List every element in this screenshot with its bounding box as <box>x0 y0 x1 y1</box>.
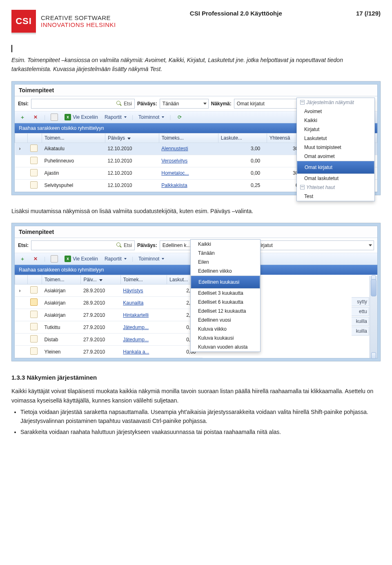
dropdown-option[interactable]: Edellinen vuosi <box>191 316 260 325</box>
scroll-thumb[interactable] <box>371 279 376 296</box>
client-link[interactable]: Hankala a... <box>123 349 149 355</box>
view-label: Näkymä: <box>211 101 232 107</box>
col-laskute[interactable]: Laskute... <box>218 133 267 142</box>
dropdown-option[interactable]: Kuluva viikko <box>191 325 260 334</box>
col-toimen[interactable]: Toimen... <box>42 275 81 285</box>
search-icon <box>116 101 122 107</box>
date-dropdown[interactable]: KaikkiTänäänEilenEdellinen viikkoEdellin… <box>190 239 261 352</box>
dropdown-option[interactable]: Test <box>297 192 374 201</box>
brand: CSI CREATIVE SOFTWARE INNOVATIONS HELSIN… <box>11 10 116 33</box>
minus-icon <box>300 185 305 189</box>
caret-down-icon allow <box>162 116 164 118</box>
dropdown-option[interactable]: Kaikki <box>297 116 374 125</box>
truncated-cell-fragment: ettu <box>352 307 369 316</box>
plus-icon: ＋ <box>19 114 26 120</box>
client-link[interactable]: Alennustesti <box>161 146 188 151</box>
cell-toimen: Yleinen <box>42 346 81 358</box>
cell-laskute: 0,00 <box>218 155 267 167</box>
expand-icon[interactable]: › <box>18 288 22 294</box>
client-link[interactable]: Jätedump... <box>123 337 149 343</box>
client-link[interactable]: Jätedump... <box>123 325 149 330</box>
col-toimeks[interactable]: Toimeks... <box>159 133 218 142</box>
client-link[interactable]: Palkkakiista <box>161 182 187 188</box>
excel-button[interactable]: xVie Exceliin <box>63 256 99 262</box>
view-select-2[interactable]: Omat kirjatut <box>242 240 374 250</box>
print-button[interactable] <box>49 255 59 262</box>
col-paiv[interactable]: Päiv... <box>81 275 120 285</box>
bullet-item: Tietoja voidaan järjestää saraketta naps… <box>20 407 381 426</box>
actions-button-label: Toiminnot <box>138 114 159 120</box>
view-dropdown[interactable]: Järjestelmän näkymät AvoimetKaikkiKirjat… <box>296 98 375 201</box>
cell-date: 12.10.2010 <box>105 142 159 155</box>
caret-down-icon <box>124 258 127 260</box>
scroll-down-arrow[interactable] <box>371 352 376 359</box>
dropdown-option[interactable]: Muut toimipisteet <box>297 143 374 152</box>
expand-icon[interactable]: › <box>18 146 22 151</box>
actions-button[interactable]: Toiminnot <box>137 114 165 120</box>
reports-button[interactable]: Raportit <box>103 114 128 120</box>
excel-button[interactable]: xVie Exceliin <box>63 114 99 120</box>
delete-button[interactable]: ✕ <box>31 114 40 120</box>
dropdown-option[interactable]: Omat avoimet <box>297 152 374 161</box>
col-expand[interactable] <box>15 133 28 142</box>
col-toimek[interactable]: Toimek... <box>120 275 167 285</box>
col-expand[interactable] <box>15 275 28 285</box>
date-select[interactable]: Tänään <box>160 99 209 109</box>
add-button[interactable]: ＋ <box>18 256 27 262</box>
dropdown-option[interactable]: Edelliset 6 kuukautta <box>191 298 260 307</box>
reports-button[interactable]: Raportit <box>103 256 128 262</box>
screenshot-2: Toimenpiteet Etsi: Etsi Päiväys: Edellin… <box>11 223 381 361</box>
client-link[interactable]: Kaunailta <box>123 300 143 306</box>
delete-button[interactable]: ✕ <box>31 256 40 262</box>
add-button[interactable]: ＋ <box>18 114 27 120</box>
dropdown-option[interactable]: Laskutetut <box>297 134 374 143</box>
print-button[interactable] <box>49 113 59 121</box>
col-paivays[interactable]: Päiväys <box>105 133 159 142</box>
minus-icon <box>300 100 305 105</box>
search-input[interactable]: Etsi <box>31 99 135 109</box>
table-row[interactable]: Distab27.9.2010Jätedump...0,00 <box>15 334 203 346</box>
dropdown-option[interactable]: Edellinen kuukausi <box>191 276 260 289</box>
actions-button[interactable]: Toiminnot <box>137 256 165 262</box>
table-row[interactable]: Yleinen27.9.2010Hankala a...0,00 <box>15 346 203 358</box>
vertical-scrollbar[interactable] <box>370 276 377 358</box>
cell-client: Hintakartelli <box>120 309 167 321</box>
client-link[interactable]: Hometaloc... <box>161 170 189 176</box>
dropdown-option[interactable]: Edelliset 3 kuukautta <box>191 289 260 298</box>
search-input-2[interactable]: Etsi <box>31 240 135 250</box>
date-label-2: Päiväys: <box>137 242 157 248</box>
dropdown-option[interactable]: Kirjatut <box>297 125 374 134</box>
dropdown-option[interactable]: Eilen <box>191 258 260 267</box>
cell-client: Jätedump... <box>120 334 167 346</box>
cell-toimen: Distab <box>42 334 81 346</box>
dropdown-option[interactable]: Edellinen viikko <box>191 267 260 276</box>
dropdown-option[interactable]: Edelliset 12 kuukautta <box>191 307 260 316</box>
search-button-text-2[interactable]: Etsi <box>124 242 132 248</box>
table-row[interactable]: ›Asiakirjan28.9.2010Häyristys2,00 <box>15 285 203 297</box>
table-row[interactable]: Tutkittu27.9.2010Jätedump...0,00 <box>15 321 203 334</box>
dropdown-option[interactable]: Omat laskutetut <box>297 174 374 183</box>
refresh-button[interactable]: ⟳ <box>175 114 184 120</box>
table-row[interactable]: Asiakirjan28.9.2010Kaunailta2,00 <box>15 297 203 309</box>
col-toimen[interactable]: Toimen... <box>42 133 105 142</box>
dropdown-option[interactable]: Tänään <box>191 249 260 258</box>
dropdown-option[interactable]: Kuluva kuukausi <box>191 334 260 343</box>
cell-client: Alennustesti <box>159 142 218 155</box>
dropdown-option[interactable]: Kuluvan vuoden alusta <box>191 343 260 351</box>
dropdown-option[interactable]: Omat kirjatut <box>297 161 374 174</box>
dropdown-option[interactable]: Avoimet <box>297 107 374 116</box>
printer-icon <box>51 113 58 121</box>
panel-title-2: Toimenpiteet <box>15 226 377 238</box>
client-link[interactable]: Veroselvitys <box>161 158 187 164</box>
section-paragraph: Kaikki käyttäjät voivat tilapäisesti muo… <box>11 387 381 405</box>
section-heading: 1.3.3 Näkymien järjestäminen <box>11 373 381 383</box>
col-icon[interactable] <box>28 133 42 142</box>
printer-icon <box>51 255 58 262</box>
client-link[interactable]: Häyristys <box>123 288 143 294</box>
client-link[interactable]: Hintakartelli <box>123 312 149 318</box>
col-icon[interactable] <box>28 275 42 285</box>
page-number: 17 (/129) <box>356 10 381 17</box>
table-row[interactable]: Asiakirjan27.9.2010Hintakartelli2,00 <box>15 309 203 321</box>
search-button-text[interactable]: Etsi <box>124 101 132 107</box>
dropdown-option[interactable]: Kaikki <box>191 240 260 249</box>
